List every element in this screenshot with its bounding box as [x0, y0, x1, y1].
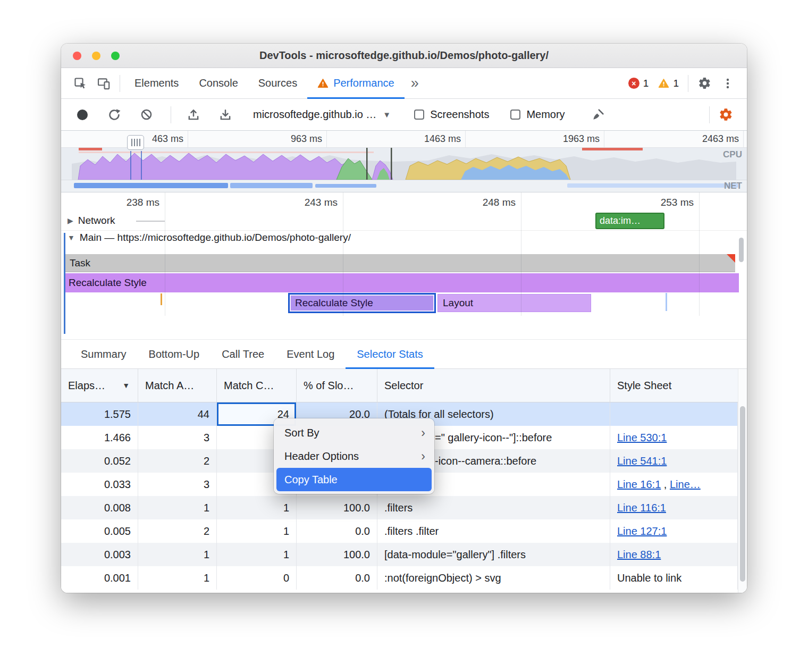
zoom-window-grip[interactable]	[127, 135, 144, 150]
table-row[interactable]: 0.001 1 0 0.0 :not(foreignObject) > svg …	[61, 566, 738, 590]
layout-event[interactable]: Layout	[437, 294, 591, 312]
tab-sources[interactable]: Sources	[248, 68, 307, 99]
recording-history-select[interactable]: microsoftedge.github.io … ▼	[253, 108, 391, 121]
cell-selector: :not(foreignObject) > svg	[377, 566, 610, 590]
recalculate-style-selected-event[interactable]: Recalculate Style	[288, 293, 436, 313]
screenshots-checkbox[interactable]: Screenshots	[414, 108, 489, 121]
network-request-chip[interactable]: data:im…	[595, 213, 664, 229]
cell-pct-slow: 0.0	[297, 566, 377, 590]
tab-event-log[interactable]: Event Log	[275, 340, 346, 369]
reload-and-record-button[interactable]	[103, 103, 126, 127]
devtools-tab-bar: Elements Console Sources Performance » ×…	[61, 68, 747, 99]
cell-style-sheet: Line 541:1	[610, 449, 738, 473]
table-row[interactable]: 0.008 1 1 100.0 .filters Line 116:1	[61, 496, 738, 519]
column-header-match-attempts[interactable]: Match A…	[138, 369, 217, 402]
tab-label: Summary	[81, 348, 127, 360]
tab-elements[interactable]: Elements	[124, 68, 189, 99]
network-overview-strip[interactable]: NET	[61, 180, 747, 192]
cell-elapsed: 1.466	[61, 426, 138, 449]
tab-console[interactable]: Console	[189, 68, 248, 99]
selection-window-edge[interactable]	[130, 151, 131, 180]
stylesheet-link[interactable]: Line 16:1	[617, 478, 661, 491]
timeline-overview[interactable]: 463 ms 963 ms 1463 ms 1963 ms 2463 ms	[61, 131, 747, 192]
device-toolbar-button[interactable]	[92, 72, 115, 95]
load-profile-button[interactable]	[182, 103, 205, 127]
selected-track-accent	[64, 233, 65, 334]
cell-match-attempts: 3	[138, 426, 217, 449]
main-thread-track-header[interactable]: ▼ Main — https://microsoftedge.github.io…	[68, 232, 351, 243]
close-window-button[interactable]	[73, 52, 81, 60]
zoom-window-button[interactable]	[111, 52, 120, 60]
event-tick[interactable]	[666, 293, 667, 311]
tab-bottom-up[interactable]: Bottom-Up	[138, 340, 211, 369]
menu-item-sort-by[interactable]: Sort By ›	[276, 421, 432, 444]
error-badge[interactable]: × 1	[628, 78, 649, 89]
tab-label: Elements	[134, 77, 179, 89]
menu-item-copy-table[interactable]: Copy Table	[276, 468, 432, 491]
table-row[interactable]: 0.003 1 1 100.0 [data-module="gallery"] …	[61, 543, 738, 566]
broom-icon	[591, 108, 605, 122]
tab-summary[interactable]: Summary	[70, 340, 138, 369]
stylesheet-link[interactable]: Line 116:1	[617, 502, 666, 514]
perfbar-right-group	[705, 103, 737, 127]
selection-window-edge[interactable]	[141, 151, 142, 180]
warning-badge[interactable]: 1	[658, 78, 679, 89]
column-header-match-count[interactable]: Match C…	[217, 369, 297, 402]
flame-chart-scrollbar[interactable]	[739, 238, 744, 262]
cell-match-count: 1	[217, 543, 297, 566]
minimize-window-button[interactable]	[92, 52, 100, 60]
submenu-chevron-icon: ›	[421, 426, 425, 440]
cpu-overview-chart[interactable]: CPU	[61, 148, 747, 180]
event-tick[interactable]	[161, 293, 162, 305]
checkbox-icon	[414, 110, 424, 120]
cpu-waveform	[61, 148, 747, 180]
collapse-arrow-icon[interactable]: ▶	[68, 216, 73, 225]
scrollbar-thumb[interactable]	[740, 406, 745, 582]
clear-recordings-button[interactable]	[134, 103, 158, 127]
table-row[interactable]: 0.005 2 1 0.0 .filters .filter Line 127:…	[61, 519, 738, 543]
column-header-style-sheet[interactable]: Style Sheet	[610, 369, 738, 402]
block-icon	[140, 108, 153, 121]
capture-settings-button[interactable]	[714, 103, 737, 127]
stylesheet-unlinked-text: Unable to link	[617, 572, 681, 584]
ruler-time-label: 243 ms	[279, 197, 338, 208]
more-options-button[interactable]	[716, 72, 739, 95]
tab-performance[interactable]: Performance	[307, 68, 405, 99]
cell-elapsed: 0.052	[61, 449, 138, 473]
expand-arrow-icon[interactable]: ▼	[68, 233, 75, 242]
stylesheet-link[interactable]: Line 530:1	[617, 432, 667, 444]
stylesheet-link[interactable]: Line…	[670, 478, 701, 491]
column-header-selector[interactable]: Selector	[377, 369, 610, 402]
menu-item-label: Header Options	[284, 450, 359, 463]
table-scrollbar[interactable]	[738, 369, 747, 593]
column-header-elapsed[interactable]: Elaps… ▼	[61, 369, 138, 402]
flame-chart[interactable]: 238 ms 243 ms 248 ms 253 ms ▶ Network da…	[61, 192, 747, 339]
task-bar[interactable]: Task	[65, 254, 735, 272]
collect-garbage-button[interactable]	[586, 103, 610, 127]
tab-call-tree[interactable]: Call Tree	[211, 340, 275, 369]
inspect-element-button[interactable]	[69, 72, 92, 95]
memory-checkbox[interactable]: Memory	[510, 108, 565, 121]
ruler-time-label: 253 ms	[635, 197, 694, 208]
network-track[interactable]: ▶ Network data:im…	[61, 212, 747, 231]
network-activity-bar	[567, 183, 738, 188]
record-button[interactable]	[71, 103, 94, 127]
more-tabs-button[interactable]: »	[405, 75, 425, 91]
settings-button[interactable]	[693, 72, 716, 95]
checkbox-label: Screenshots	[430, 108, 489, 121]
analysis-tab-bar: Summary Bottom-Up Call Tree Event Log Se…	[61, 339, 747, 369]
column-header-pct-slow[interactable]: % of Slo…	[297, 369, 377, 402]
save-profile-button[interactable]	[214, 103, 237, 127]
long-task-marker	[727, 254, 735, 263]
toolbar-divider	[688, 75, 688, 92]
stylesheet-link[interactable]: Line 541:1	[617, 455, 667, 467]
titlebar[interactable]: DevTools - microsoftedge.github.io/Demos…	[61, 44, 747, 68]
menu-item-header-options[interactable]: Header Options ›	[276, 444, 432, 468]
stylesheet-link[interactable]: Line 127:1	[617, 525, 667, 537]
submenu-chevron-icon: ›	[421, 449, 425, 464]
tab-selector-stats[interactable]: Selector Stats	[346, 340, 434, 369]
stylesheet-link[interactable]: Line 88:1	[617, 549, 661, 561]
table-header-row: Elaps… ▼ Match A… Match C… % of Slo… Sel…	[61, 369, 738, 402]
tab-label: Performance	[333, 77, 394, 89]
net-strip-label: NET	[724, 181, 742, 191]
